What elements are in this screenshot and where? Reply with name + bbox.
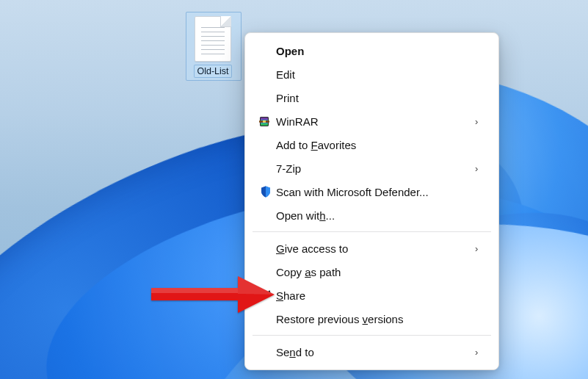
menu-edit[interactable]: Edit — [245, 62, 498, 86]
menu-share[interactable]: Share — [245, 284, 498, 307]
menu-7zip[interactable]: 7-Zip › — [245, 156, 498, 180]
chevron-right-icon: › — [475, 163, 485, 174]
menu-open[interactable]: Open — [245, 39, 498, 62]
file-label: Old-List — [194, 65, 231, 78]
context-menu: Open Edit Print WinRAR › Add to Favorite… — [244, 32, 499, 370]
menu-separator — [253, 335, 491, 336]
file-item[interactable]: Old-List — [180, 13, 246, 80]
menu-send-to[interactable]: Send to › — [245, 340, 498, 364]
menu-separator — [253, 231, 491, 232]
text-file-icon — [195, 16, 231, 62]
menu-copy-as-path[interactable]: Copy as path — [245, 260, 498, 284]
winrar-icon — [255, 115, 276, 127]
shield-icon — [255, 185, 276, 198]
chevron-right-icon: › — [475, 347, 485, 358]
menu-give-access-to[interactable]: Give access to › — [245, 237, 498, 260]
menu-restore-previous-versions[interactable]: Restore previous versions — [245, 307, 498, 331]
menu-winrar[interactable]: WinRAR › — [245, 109, 498, 133]
menu-add-to-favorites[interactable]: Add to Favorites — [245, 133, 498, 156]
menu-scan-defender[interactable]: Scan with Microsoft Defender... — [245, 180, 498, 203]
menu-open-with[interactable]: Open with... — [245, 203, 498, 227]
share-icon — [255, 289, 276, 302]
chevron-right-icon: › — [475, 116, 485, 127]
menu-print[interactable]: Print — [245, 86, 498, 109]
chevron-right-icon: › — [475, 243, 485, 254]
svg-point-0 — [265, 297, 266, 298]
